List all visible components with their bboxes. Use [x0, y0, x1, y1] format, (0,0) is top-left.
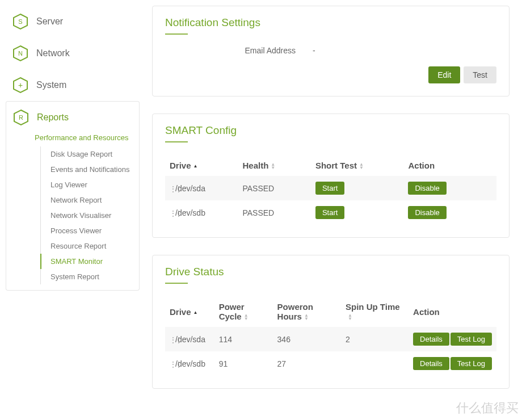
col-poweron-hours[interactable]: Poweron Hours▲▼: [273, 296, 341, 327]
sort-icon: ▲: [193, 165, 198, 168]
table-row: ⋮⋮/dev/sda 114 346 2 DetailsTest Log: [165, 327, 496, 351]
poweron-hours-value: 27: [273, 351, 341, 376]
testlog-button[interactable]: Test Log: [451, 357, 492, 370]
start-button[interactable]: Start: [315, 182, 344, 195]
disable-button[interactable]: Disable: [408, 182, 446, 195]
sort-icon: ▲: [193, 311, 198, 314]
col-drive[interactable]: Drive▲: [165, 296, 214, 327]
sidebar-item-label: Server: [36, 16, 63, 27]
drive-status-panel: Drive Status Drive▲ Power Cycle▲▼ Powero…: [152, 255, 510, 389]
svg-text:R: R: [19, 114, 23, 121]
sidebar-item-system[interactable]: + System: [6, 69, 140, 101]
sidebar-item-reports[interactable]: R Reports: [6, 101, 140, 133]
network-icon: N: [11, 44, 30, 62]
subgroup-label: Performance and Resources: [6, 133, 139, 146]
table-row: ⋮⋮/dev/sdb PASSED Start Disable: [165, 200, 496, 225]
notification-settings-panel: Notification Settings Email Address - Ed…: [152, 6, 510, 96]
power-cycle-value: 114: [214, 327, 273, 351]
main-content: Notification Settings Email Address - Ed…: [140, 0, 522, 420]
power-cycle-value: 91: [214, 351, 273, 376]
poweron-hours-value: 346: [273, 327, 341, 351]
server-icon: S: [11, 12, 30, 31]
drive-name: /dev/sda: [175, 335, 205, 344]
table-row: ⋮⋮/dev/sda PASSED Start Disable: [165, 176, 496, 200]
drag-handle-icon[interactable]: ⋮⋮: [170, 336, 173, 344]
spin-up-value: 2: [341, 327, 409, 351]
sidebar-item-label: Network: [36, 48, 70, 58]
subnav-disk-usage[interactable]: Disk Usage Report: [40, 146, 139, 162]
subnav-network-report[interactable]: Network Report: [40, 192, 139, 208]
sort-icon: ▲▼: [359, 163, 364, 170]
col-spin-up[interactable]: Spin Up Time▲▼: [341, 296, 409, 327]
sidebar: S Server N Network + System R Reports Pe…: [0, 0, 140, 420]
svg-text:+: +: [18, 81, 23, 90]
sort-icon: ▲▼: [244, 314, 249, 321]
details-button[interactable]: Details: [413, 357, 449, 370]
col-action: Action: [409, 296, 496, 327]
subnav-resource-report[interactable]: Resource Report: [40, 238, 139, 254]
testlog-button[interactable]: Test Log: [451, 333, 492, 346]
drive-name: /dev/sdb: [175, 359, 205, 368]
health-value: PASSED: [238, 176, 310, 200]
col-action: Action: [403, 155, 496, 176]
col-short-test[interactable]: Short Test▲▼: [311, 155, 404, 176]
subnav-log-viewer[interactable]: Log Viewer: [40, 177, 139, 192]
drive-status-table: Drive▲ Power Cycle▲▼ Poweron Hours▲▼ Spi…: [165, 296, 496, 376]
sort-icon: ▲▼: [271, 163, 275, 170]
sidebar-item-network[interactable]: N Network: [6, 37, 140, 69]
sort-icon: ▲▼: [304, 314, 309, 321]
panel-title: SMART Config: [165, 124, 496, 141]
reports-submenu: Performance and Resources Disk Usage Rep…: [6, 133, 140, 291]
panel-title: Drive Status: [165, 266, 496, 283]
subnav-smart-monitor[interactable]: SMART Monitor: [40, 254, 139, 269]
sidebar-item-server[interactable]: S Server: [6, 6, 140, 37]
smart-config-panel: SMART Config Drive▲ Health▲▼ Short Test▲…: [152, 114, 510, 238]
sidebar-item-label: System: [36, 80, 66, 90]
col-power-cycle[interactable]: Power Cycle▲▼: [214, 296, 273, 327]
email-value: -: [313, 46, 315, 55]
reports-icon: R: [12, 108, 30, 127]
email-label: Email Address: [165, 46, 313, 55]
test-button[interactable]: Test: [464, 66, 496, 83]
subnav-events[interactable]: Events and Notifications: [40, 162, 139, 177]
system-icon: +: [11, 76, 30, 94]
subnav-process-viewer[interactable]: Process Viewer: [40, 223, 139, 238]
drive-name: /dev/sda: [175, 184, 205, 193]
edit-button[interactable]: Edit: [428, 66, 460, 83]
drag-handle-icon[interactable]: ⋮⋮: [170, 209, 173, 217]
col-health[interactable]: Health▲▼: [238, 155, 310, 176]
table-row: ⋮⋮/dev/sdb 91 27 DetailsTest Log: [165, 351, 496, 376]
drag-handle-icon[interactable]: ⋮⋮: [170, 185, 173, 193]
drive-name: /dev/sdb: [175, 208, 205, 217]
subnav-network-visualiser[interactable]: Network Visualiser: [40, 208, 139, 223]
health-value: PASSED: [238, 200, 310, 225]
svg-text:N: N: [18, 50, 23, 57]
disable-button[interactable]: Disable: [408, 206, 446, 219]
svg-text:S: S: [18, 18, 22, 25]
start-button[interactable]: Start: [315, 206, 344, 219]
details-button[interactable]: Details: [413, 333, 449, 346]
sort-icon: ▲▼: [348, 314, 352, 321]
spin-up-value: [341, 351, 409, 376]
smart-config-table: Drive▲ Health▲▼ Short Test▲▼ Action ⋮⋮/d…: [165, 155, 496, 225]
subnav-system-report[interactable]: System Report: [40, 269, 139, 284]
sidebar-item-label: Reports: [37, 112, 69, 123]
col-drive[interactable]: Drive▲: [165, 155, 238, 176]
drag-handle-icon[interactable]: ⋮⋮: [170, 360, 173, 368]
panel-title: Notification Settings: [165, 16, 496, 33]
